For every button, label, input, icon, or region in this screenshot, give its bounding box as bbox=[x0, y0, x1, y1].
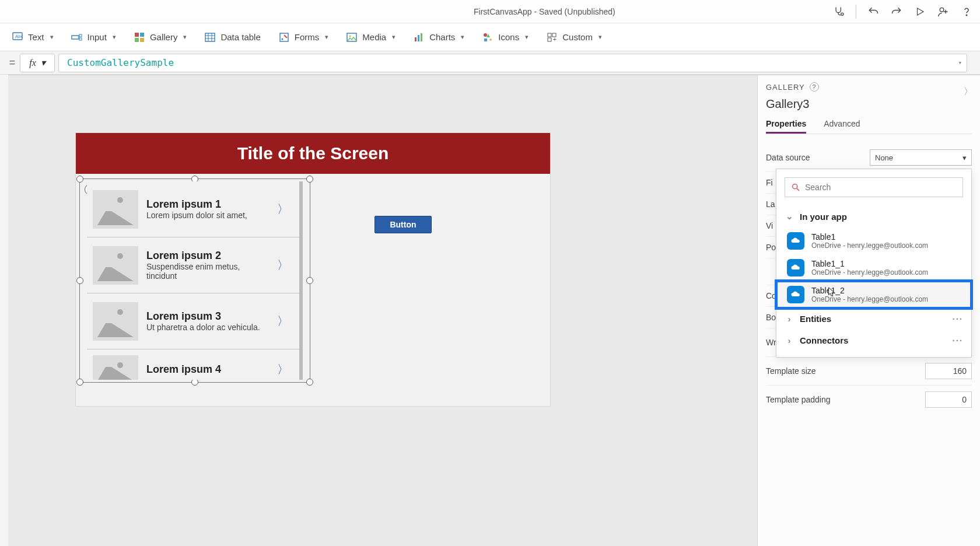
resize-handle[interactable] bbox=[76, 176, 83, 183]
undo-icon[interactable] bbox=[867, 5, 880, 18]
gallery-icon bbox=[134, 32, 145, 43]
item-subtitle: Ut pharetra a dolor ac vehicula. bbox=[146, 323, 269, 332]
stethoscope-icon[interactable] bbox=[832, 5, 845, 18]
chevron-right-icon[interactable]: 〉 bbox=[277, 362, 293, 377]
data-source-item[interactable]: Table1 OneDrive - henry.legge@outlook.co… bbox=[776, 228, 971, 254]
search-input[interactable] bbox=[805, 183, 957, 192]
properties-panel: 〉 GALLERY ? Gallery3 Properties Advanced… bbox=[757, 75, 980, 546]
prop-data-source: Data source None ▾ bbox=[766, 144, 972, 172]
image-placeholder-icon bbox=[93, 302, 138, 341]
ribbon-charts[interactable]: Charts▾ bbox=[413, 32, 464, 43]
svg-text:+: + bbox=[553, 36, 556, 43]
svg-rect-12 bbox=[140, 38, 144, 42]
svg-rect-24 bbox=[421, 33, 422, 41]
ribbon-custom[interactable]: + Custom▾ bbox=[546, 32, 602, 43]
app-screen[interactable]: Title of the Screen Lorem ipsum 1 Lorem … bbox=[75, 132, 551, 407]
app-title: FirstCanvasApp - Saved (Unpublished) bbox=[474, 7, 615, 16]
item-source: OneDrive - henry.legge@outlook.com bbox=[811, 242, 928, 250]
chevron-down-icon: ▾ bbox=[525, 33, 528, 41]
svg-rect-6 bbox=[72, 36, 79, 39]
data-source-item-highlighted[interactable]: Table1_2 OneDrive - henry.legge@outlook.… bbox=[776, 281, 971, 308]
svg-marker-1 bbox=[918, 8, 924, 15]
svg-point-3 bbox=[966, 15, 967, 16]
forms-icon bbox=[278, 32, 290, 43]
template-size-input[interactable]: 160 bbox=[925, 363, 972, 379]
chevron-right-icon[interactable]: 〉 bbox=[277, 257, 293, 273]
chevron-right-icon[interactable]: 〉 bbox=[964, 86, 973, 98]
item-title: Lorem ipsum 4 bbox=[146, 363, 269, 376]
prop-template-size: Template size 160 bbox=[766, 357, 972, 386]
gallery-item[interactable]: Lorem ipsum 4 〉 bbox=[87, 349, 299, 380]
ribbon-datatable[interactable]: Data table bbox=[204, 32, 260, 43]
resize-handle[interactable] bbox=[76, 379, 83, 386]
gallery-item[interactable]: Lorem ipsum 2 Suspendisse enim metus, ti… bbox=[87, 237, 299, 293]
onedrive-icon bbox=[787, 286, 804, 303]
chevron-right-icon[interactable]: 〉 bbox=[277, 201, 293, 217]
chevron-down-icon[interactable]: ▾ bbox=[958, 59, 962, 66]
more-icon[interactable]: ··· bbox=[952, 335, 963, 345]
image-placeholder-icon bbox=[93, 190, 138, 229]
svg-rect-11 bbox=[135, 38, 139, 42]
resize-handle[interactable] bbox=[306, 379, 313, 386]
redo-icon[interactable] bbox=[890, 5, 903, 18]
chevron-down-icon: ▾ bbox=[41, 57, 46, 68]
item-name: Table1 bbox=[811, 232, 928, 242]
chevron-down-icon: ▾ bbox=[963, 153, 967, 162]
item-title: Lorem ipsum 3 bbox=[146, 310, 269, 323]
resize-handle[interactable] bbox=[76, 277, 83, 284]
chevron-down-icon: ▾ bbox=[113, 33, 116, 41]
ribbon-text[interactable]: Abc Text▾ bbox=[12, 32, 54, 43]
equals-label: = bbox=[5, 57, 20, 69]
gallery-control[interactable]: Lorem ipsum 1 Lorem ipsum dolor sit amet… bbox=[79, 178, 310, 383]
title-bar: FirstCanvasApp - Saved (Unpublished) bbox=[0, 0, 980, 23]
gallery-item[interactable]: Lorem ipsum 3 Ut pharetra a dolor ac veh… bbox=[87, 293, 299, 349]
text-icon: Abc bbox=[12, 32, 23, 43]
svg-rect-29 bbox=[548, 38, 551, 41]
chevron-right-icon[interactable]: 〉 bbox=[277, 313, 293, 329]
chevron-down-icon: ▾ bbox=[598, 33, 602, 41]
data-source-item[interactable]: Table1_1 OneDrive - henry.legge@outlook.… bbox=[776, 254, 971, 281]
search-box[interactable] bbox=[785, 177, 963, 197]
section-in-your-app[interactable]: ⌄ In your app bbox=[776, 205, 971, 228]
panel-tabs: Properties Advanced bbox=[766, 116, 972, 134]
svg-point-21 bbox=[349, 35, 351, 37]
custom-icon: + bbox=[546, 32, 558, 43]
table-icon bbox=[204, 32, 216, 43]
tab-properties[interactable]: Properties bbox=[766, 116, 806, 134]
gallery-list: Lorem ipsum 1 Lorem ipsum dolor sit amet… bbox=[87, 181, 303, 380]
svg-rect-26 bbox=[484, 38, 487, 41]
formula-input[interactable]: CustomGallerySample ▾ bbox=[58, 54, 967, 72]
svg-rect-8 bbox=[79, 38, 82, 40]
svg-rect-7 bbox=[79, 34, 82, 37]
tab-advanced[interactable]: Advanced bbox=[824, 116, 860, 134]
resize-handle[interactable] bbox=[306, 277, 313, 284]
svg-text:Abc: Abc bbox=[15, 34, 23, 39]
screen-title-label: Title of the Screen bbox=[76, 133, 550, 174]
item-source: OneDrive - henry.legge@outlook.com bbox=[811, 268, 928, 276]
gallery-item[interactable]: Lorem ipsum 1 Lorem ipsum dolor sit amet… bbox=[87, 181, 299, 237]
insert-ribbon: Abc Text▾ Input▾ Gallery▾ Data table For… bbox=[0, 23, 980, 51]
more-icon[interactable]: ··· bbox=[952, 314, 963, 324]
ribbon-input[interactable]: Input▾ bbox=[71, 32, 116, 43]
share-icon[interactable] bbox=[937, 5, 950, 18]
button-control[interactable]: Button bbox=[374, 216, 432, 233]
play-icon[interactable] bbox=[914, 5, 926, 18]
ribbon-forms[interactable]: Forms▾ bbox=[278, 32, 329, 43]
data-source-popup: ⌄ In your app Table1 OneDrive - henry.le… bbox=[776, 169, 972, 358]
template-padding-input[interactable]: 0 bbox=[925, 391, 972, 408]
ribbon-media[interactable]: Media▾ bbox=[346, 32, 396, 43]
charts-icon bbox=[413, 32, 425, 43]
prop-template-padding: Template padding 0 bbox=[766, 386, 972, 414]
ribbon-gallery[interactable]: Gallery▾ bbox=[134, 32, 187, 43]
section-connectors[interactable]: › Connectors ··· bbox=[776, 330, 971, 357]
section-entities[interactable]: › Entities ··· bbox=[776, 308, 971, 330]
cursor-icon bbox=[828, 287, 836, 298]
fx-dropdown[interactable]: fx ▾ bbox=[20, 54, 55, 72]
ribbon-icons[interactable]: Icons▾ bbox=[482, 32, 528, 43]
data-source-select[interactable]: None ▾ bbox=[870, 149, 972, 166]
help-icon[interactable] bbox=[960, 5, 973, 18]
help-icon[interactable]: ? bbox=[810, 82, 819, 92]
chevron-right-icon: › bbox=[785, 314, 794, 324]
resize-handle[interactable] bbox=[306, 176, 313, 183]
element-name: Gallery3 bbox=[766, 97, 972, 111]
